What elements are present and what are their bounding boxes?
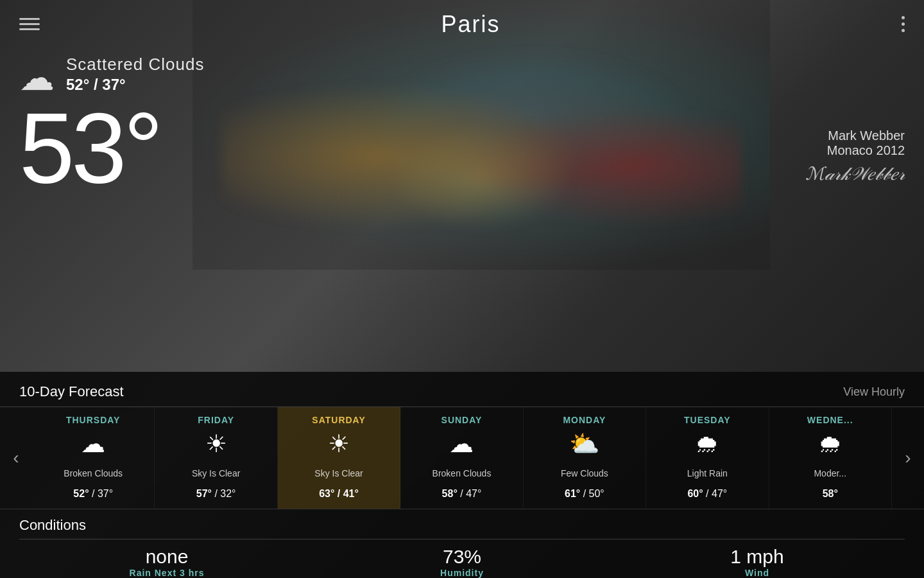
forecast-header: 10-Day Forecast View Hourly (0, 372, 924, 407)
conditions-title: Conditions (19, 517, 905, 534)
day-name: THURSDAY (66, 415, 121, 425)
conditions-divider (19, 539, 905, 539)
condition-block-2: 1 mphWind (610, 546, 905, 578)
current-temperature: 53° (0, 98, 924, 198)
prev-day-button[interactable]: ‹ (0, 407, 32, 509)
current-hi-lo: 52° / 37° (66, 76, 204, 94)
condition-value: 1 mph (610, 546, 905, 568)
condition-value: none (19, 546, 314, 568)
day-weather-icon: ☁ (81, 432, 105, 456)
condition-label: Wind (610, 568, 905, 578)
day-temperature: 58° / 47° (442, 488, 482, 500)
attribution-name: Mark Webber (805, 128, 905, 143)
city-title: Paris (441, 11, 500, 38)
attribution-event: Monaco 2012 (805, 143, 905, 158)
day-item-wedne[interactable]: WEDNE...🌧Moder...58° (769, 407, 892, 509)
days-container: THURSDAY☁Broken Clouds52° / 37°FRIDAY☀Sk… (32, 407, 892, 509)
day-weather-icon: 🌧 (695, 432, 719, 456)
day-condition: Moder... (814, 462, 846, 484)
condition-label: Rain Next 3 hrs (19, 568, 314, 578)
day-condition: Broken Clouds (432, 462, 492, 484)
condition-label: Humidity (314, 568, 610, 578)
day-name: TUESDAY (684, 415, 731, 425)
day-temperature: 58° (823, 488, 838, 500)
day-item-sunday[interactable]: SUNDAY☁Broken Clouds58° / 47° (400, 407, 523, 509)
current-condition: Scattered Clouds (66, 55, 204, 74)
day-temperature: 57° / 32° (196, 488, 236, 500)
attribution: Mark Webber Monaco 2012 ℳ𝒶𝓇𝓀𝒲𝑒𝒷𝒷𝑒𝓇 (805, 128, 905, 185)
day-temperature: 61° / 50° (565, 488, 604, 500)
day-condition: Few Clouds (561, 462, 608, 484)
day-name: MONDAY (563, 415, 606, 425)
day-item-thursday[interactable]: THURSDAY☁Broken Clouds52° / 37° (32, 407, 155, 509)
day-condition: Sky Is Clear (314, 462, 363, 484)
day-condition: Sky Is Clear (192, 462, 240, 484)
day-weather-icon: ☀ (328, 432, 350, 456)
menu-button[interactable] (19, 18, 40, 30)
day-weather-icon: 🌧 (818, 432, 843, 456)
day-temperature: 63° / 41° (319, 488, 359, 500)
day-weather-icon: ⛅ (569, 432, 599, 456)
day-condition: Light Rain (687, 462, 728, 484)
forecast-title: 10-Day Forecast (19, 383, 124, 400)
more-options-button[interactable] (902, 16, 905, 32)
conditions-row: noneRain Next 3 hrs73%Humidity1 mphWind (19, 546, 905, 578)
day-name: WEDNE... (807, 415, 853, 425)
view-hourly-button[interactable]: View Hourly (843, 385, 905, 399)
day-name: SATURDAY (312, 415, 365, 425)
day-temperature: 60° / 47° (687, 488, 727, 500)
day-item-friday[interactable]: FRIDAY☀Sky Is Clear57° / 32° (155, 407, 277, 509)
conditions-section: Conditions noneRain Next 3 hrs73%Humidit… (0, 509, 924, 578)
day-name: FRIDAY (198, 415, 234, 425)
day-item-monday[interactable]: MONDAY⛅Few Clouds61° / 50° (524, 407, 646, 509)
top-bar: Paris (0, 0, 924, 48)
forecast-days-row: ‹ THURSDAY☁Broken Clouds52° / 37°FRIDAY☀… (0, 407, 924, 509)
next-day-button[interactable]: › (892, 407, 924, 509)
current-weather-desc: Scattered Clouds 52° / 37° (66, 55, 204, 94)
current-weather: ☁ Scattered Clouds 52° / 37° (0, 48, 924, 98)
day-item-saturday[interactable]: SATURDAY☀Sky Is Clear63° / 41° (278, 407, 400, 509)
condition-block-0: noneRain Next 3 hrs (19, 546, 314, 578)
day-item-tuesday[interactable]: TUESDAY🌧Light Rain60° / 47° (646, 407, 769, 509)
signature: ℳ𝒶𝓇𝓀𝒲𝑒𝒷𝒷𝑒𝓇 (805, 163, 905, 185)
forecast-panel: 10-Day Forecast View Hourly ‹ THURSDAY☁B… (0, 372, 924, 578)
condition-value: 73% (314, 546, 610, 568)
day-temperature: 52° / 37° (73, 488, 113, 500)
day-weather-icon: ☁ (449, 432, 474, 456)
condition-block-1: 73%Humidity (314, 546, 610, 578)
day-name: SUNDAY (441, 415, 483, 425)
day-condition: Broken Clouds (64, 462, 123, 484)
day-weather-icon: ☀ (205, 432, 227, 456)
